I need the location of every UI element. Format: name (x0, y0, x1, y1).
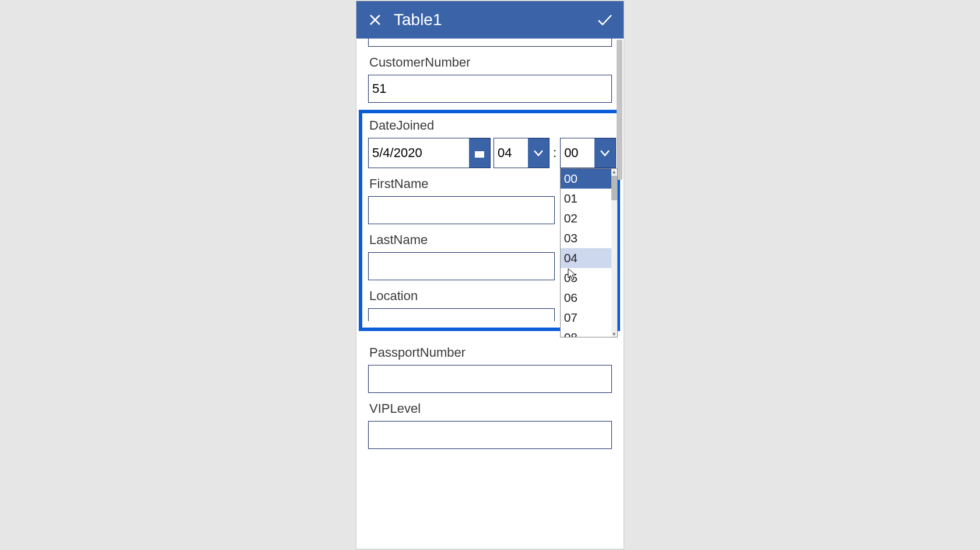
last-name-input[interactable] (368, 252, 555, 280)
field-vip: VIPLevel (368, 401, 612, 449)
minute-option[interactable]: 01 (561, 189, 617, 208)
first-name-input[interactable] (368, 196, 555, 224)
minute-option[interactable]: 07 (561, 308, 617, 328)
svg-rect-6 (481, 152, 483, 154)
hour-picker (494, 138, 550, 168)
page-title: Table1 (394, 11, 594, 29)
form-scroll-area: CustomerNumber DateJoined (356, 39, 624, 549)
minute-option[interactable]: 05 (561, 268, 617, 288)
minute-input[interactable] (561, 138, 594, 168)
date-field (368, 138, 491, 168)
dropdown-scrollbar[interactable]: ▲ ▼ (611, 169, 617, 337)
scroll-up-icon[interactable]: ▲ (611, 169, 617, 175)
minute-option[interactable]: 08 (561, 328, 617, 337)
customer-number-input[interactable] (368, 75, 612, 103)
highlighted-section: DateJoined : (359, 110, 620, 331)
minute-option[interactable]: 00 (561, 169, 617, 189)
close-icon (369, 13, 382, 26)
field-customer-number: CustomerNumber (368, 55, 612, 103)
field-name (368, 39, 612, 47)
passport-input[interactable] (368, 365, 612, 393)
svg-rect-3 (475, 149, 484, 151)
title-bar: Table1 (356, 1, 624, 39)
minute-option[interactable]: 02 (561, 208, 617, 228)
minute-option[interactable]: 04 (561, 248, 617, 268)
customer-number-label: CustomerNumber (369, 55, 612, 70)
minute-dropdown-list[interactable]: 000102030405060708 ▲ ▼ (560, 168, 618, 337)
field-passport: PassportNumber (368, 345, 612, 393)
name-input[interactable] (368, 39, 612, 47)
date-joined-label: DateJoined (369, 118, 611, 133)
svg-rect-9 (481, 155, 483, 156)
vip-label: VIPLevel (369, 401, 612, 416)
passport-label: PassportNumber (369, 345, 612, 360)
calendar-icon (474, 148, 485, 158)
chevron-down-icon (600, 149, 610, 156)
date-time-row: : 000102030405060708 ▲ ▼ (368, 138, 611, 168)
minute-option[interactable]: 06 (561, 288, 617, 308)
dropdown-scroll-thumb[interactable] (611, 176, 617, 200)
location-input[interactable] (368, 308, 555, 321)
svg-rect-7 (476, 155, 478, 156)
minute-dropdown-button[interactable] (594, 138, 615, 168)
date-input[interactable] (369, 138, 469, 168)
svg-rect-4 (476, 152, 478, 154)
close-button[interactable] (365, 9, 386, 30)
check-icon (597, 13, 613, 26)
scroll-down-icon[interactable]: ▼ (611, 331, 617, 337)
form-scroll-thumb[interactable] (617, 40, 622, 180)
vip-input[interactable] (368, 421, 612, 449)
app-frame: Table1 CustomerNumber DateJoined (356, 1, 624, 549)
hour-input[interactable] (494, 138, 528, 168)
hour-dropdown-button[interactable] (528, 138, 549, 168)
chevron-down-icon (533, 149, 544, 156)
confirm-button[interactable] (594, 9, 615, 30)
minute-option[interactable]: 03 (561, 228, 617, 248)
svg-rect-5 (479, 152, 481, 154)
time-separator: : (552, 145, 557, 161)
svg-rect-8 (479, 155, 481, 156)
calendar-button[interactable] (469, 138, 490, 168)
minute-picker: 000102030405060708 ▲ ▼ (560, 138, 616, 168)
